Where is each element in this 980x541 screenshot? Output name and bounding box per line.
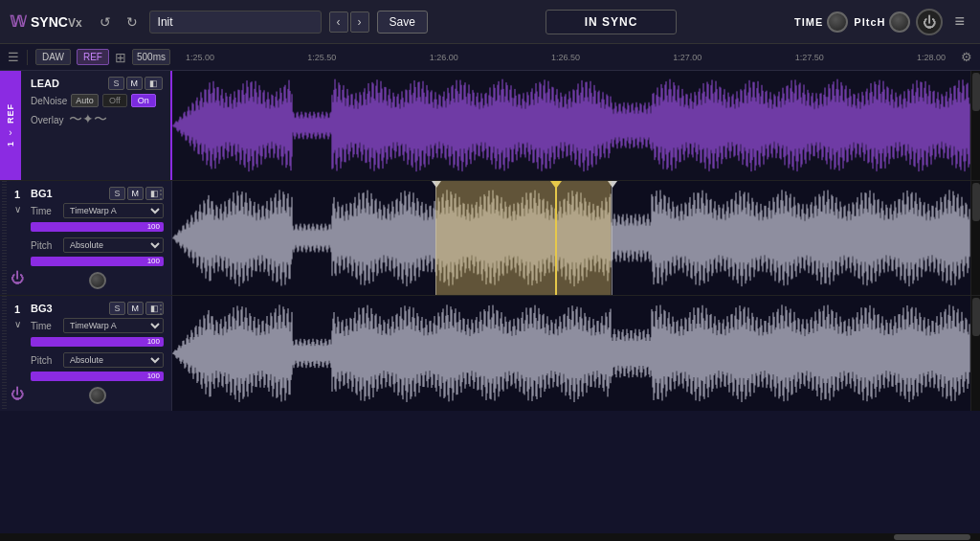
denoise-row: DeNoise Auto Off On: [31, 94, 163, 107]
logo-text: SYNCVx: [31, 14, 82, 30]
sync-status-area: IN SYNC: [435, 15, 787, 29]
bg1-time-select[interactable]: TimeWarp A: [63, 203, 164, 218]
ref-label-strip[interactable]: REF › 1: [0, 71, 21, 180]
sync-badge: IN SYNC: [546, 10, 678, 34]
time-interval-select[interactable]: 500ms: [132, 49, 170, 65]
ref-sidebar: REF › 1 LEAD S M ◧ DeNoise Auto Off: [0, 71, 172, 180]
bg3-time-select[interactable]: TimeWarp A: [63, 318, 164, 333]
bg3-scrollbar-v-thumb[interactable]: [972, 298, 980, 336]
bg3-pitch-bar-wrap: 100: [31, 372, 164, 383]
bg3-waveform-area[interactable]: [172, 296, 970, 411]
bg1-waveform-area[interactable]: [172, 181, 970, 295]
bg1-m-button[interactable]: M: [127, 187, 145, 200]
bg1-s-button[interactable]: S: [109, 187, 124, 200]
bg3-track: 1 ∨ ⏻ BG3 S M ◧ Time TimeWarp A: [0, 296, 980, 411]
save-button[interactable]: Save: [377, 11, 428, 34]
filename-input[interactable]: [149, 11, 322, 34]
bg3-sidebar: 1 ∨ ⏻ BG3 S M ◧ Time TimeWarp A: [0, 296, 172, 411]
top-bar: 𝕎 SYNCVx ↺ ↻ ‹ › Save IN SYNC TIME PItcH…: [0, 0, 980, 44]
bg1-mini-knob[interactable]: [89, 272, 106, 289]
bg1-dots-menu[interactable]: ⋮: [154, 187, 167, 202]
denoise-on-button[interactable]: On: [131, 94, 156, 107]
timeline-settings-icon[interactable]: ⚙: [961, 50, 972, 64]
bg1-pitch-bar-wrap: 100: [31, 257, 164, 268]
undo-button[interactable]: ↺: [96, 12, 115, 32]
bg3-name-row: BG3 S M ◧: [31, 302, 164, 315]
nav-prev-button[interactable]: ‹: [329, 11, 348, 33]
bg3-time-bar-wrap: 100: [31, 337, 164, 349]
overlay-row: Overlay 〜✦〜: [31, 111, 163, 128]
bg1-pitch-bar[interactable]: 100: [31, 257, 164, 266]
bg1-drag-handle[interactable]: [2, 181, 7, 295]
timeline-bar: ☰ DAW REF ⊞ 500ms 1:25.00 1:25.50 1:26.0…: [0, 44, 980, 71]
app-logo: 𝕎 SYNCVx: [10, 12, 82, 31]
horizontal-scrollbar-thumb[interactable]: [894, 534, 970, 540]
timeline-menu-icon[interactable]: ☰: [8, 50, 19, 64]
bg1-track: 1 ∨ ⏻ BG1 S M ◧ Time TimeWarp A: [0, 181, 980, 296]
ref-waveform-canvas: [172, 71, 970, 180]
bg1-number-col: 1 ∨ ⏻: [8, 187, 27, 289]
bg3-s-button[interactable]: S: [109, 302, 124, 315]
bg3-drag-handle[interactable]: [2, 296, 7, 411]
denoise-off-button[interactable]: Off: [102, 94, 127, 107]
bg1-scrollbar-v[interactable]: [970, 181, 980, 295]
separator-1: [27, 50, 28, 65]
bg1-time-bar[interactable]: 100: [31, 222, 164, 232]
ruler-mark-2: 1:26.00: [430, 53, 458, 62]
overlay-label: Overlay: [31, 115, 63, 125]
bg1-time-label: Time: [31, 206, 59, 216]
bg1-scrollbar-v-thumb[interactable]: [972, 183, 980, 221]
time-knob[interactable]: [827, 11, 848, 33]
bg1-waveform-canvas: [172, 181, 970, 295]
ref-waveform-area[interactable]: [172, 71, 970, 180]
bg1-track-name: BG1: [31, 188, 53, 199]
ruler-mark-0: 1:25.00: [186, 53, 214, 62]
overlay-waveform-icon[interactable]: 〜✦〜: [69, 111, 107, 128]
ref-number: 1: [6, 142, 15, 147]
bg3-power-button[interactable]: ⏻: [11, 386, 24, 401]
pitch-label: PItcH: [854, 16, 885, 28]
timeline-ruler: 1:25.00 1:25.50 1:26.00 1:26.50 1:27.00 …: [176, 44, 955, 70]
bg3-pitch-select[interactable]: Absolute: [63, 352, 164, 368]
daw-badge[interactable]: DAW: [35, 49, 71, 65]
ref-track: REF › 1 LEAD S M ◧ DeNoise Auto Off: [0, 71, 980, 181]
pitch-knob[interactable]: [889, 11, 910, 33]
ruler-marks: 1:25.00 1:25.50 1:26.00 1:26.50 1:27.00 …: [176, 53, 955, 62]
nav-arrows: ‹ ›: [329, 11, 369, 33]
ref-scrollbar-v[interactable]: [970, 71, 980, 180]
bg1-expand-button[interactable]: ∨: [14, 204, 21, 214]
ref-collapse-arrow: ›: [9, 127, 11, 138]
ruler-mark-4: 1:27.00: [673, 53, 702, 62]
power-button[interactable]: ⏻: [916, 9, 943, 35]
bg3-pitch-row: Pitch Absolute: [31, 352, 164, 368]
time-control-group: TIME: [794, 11, 848, 33]
bg1-pitch-select[interactable]: Absolute: [63, 237, 164, 253]
bg1-sidebar: 1 ∨ ⏻ BG1 S M ◧ Time TimeWarp A: [0, 181, 172, 295]
grid-icon[interactable]: ⊞: [115, 50, 126, 65]
ref-smm-buttons: S M ◧: [108, 77, 163, 90]
nav-next-button[interactable]: ›: [350, 11, 369, 33]
bg3-pitch-val: 100: [147, 372, 160, 381]
denoise-auto-button[interactable]: Auto: [71, 94, 99, 107]
bg3-m-button[interactable]: M: [127, 302, 145, 315]
redo-button[interactable]: ↻: [122, 12, 142, 32]
bg1-time-row: Time TimeWarp A: [31, 203, 164, 218]
bg1-name-row: BG1 S M ◧: [31, 187, 164, 200]
ref-extra-button[interactable]: ◧: [145, 77, 163, 90]
bg1-power-button[interactable]: ⏻: [11, 270, 24, 285]
ref-m-button[interactable]: M: [126, 77, 144, 90]
ref-track-name-row: LEAD S M ◧: [31, 77, 163, 90]
ref-s-button[interactable]: S: [108, 77, 123, 90]
bg3-scrollbar-v[interactable]: [970, 296, 980, 411]
bg3-mini-knob[interactable]: [89, 387, 106, 404]
ref-track-name: LEAD: [31, 78, 59, 89]
menu-button[interactable]: ≡: [948, 10, 970, 34]
bg3-expand-button[interactable]: ∨: [14, 319, 21, 329]
ref-badge[interactable]: REF: [77, 49, 109, 65]
bg3-time-bar[interactable]: 100: [31, 337, 164, 347]
ref-scrollbar-v-thumb[interactable]: [972, 73, 980, 111]
bg3-pitch-bar[interactable]: 100: [31, 372, 164, 381]
horizontal-scrollbar[interactable]: [0, 533, 980, 541]
bg3-number-col: 1 ∨ ⏻: [8, 302, 27, 405]
bg3-dots-menu[interactable]: ⋮: [154, 302, 167, 317]
